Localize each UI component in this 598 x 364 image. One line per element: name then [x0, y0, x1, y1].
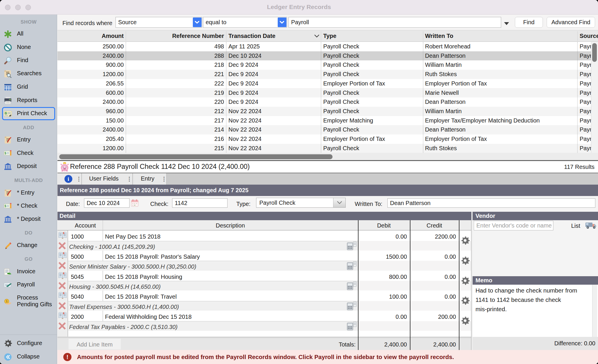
svg-text:$: $: [6, 300, 8, 303]
svg-text:$: $: [5, 112, 6, 115]
svg-text:$: $: [5, 204, 6, 208]
svg-text:$: $: [5, 152, 6, 155]
